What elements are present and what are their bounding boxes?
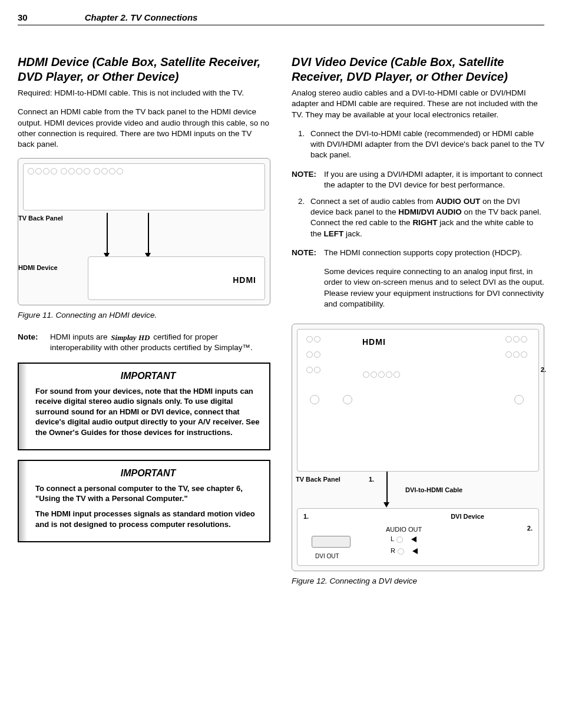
note-2-p1: The HDMI connection supports copy protec…: [324, 248, 544, 258]
step-1: Connect the DVI-to-HDMI cable (recommend…: [307, 129, 544, 161]
left-heading: HDMI Device (Cable Box, Satellite Receiv…: [18, 55, 270, 84]
chapter-title: Chapter 2. TV Connections: [85, 12, 198, 22]
fig12-dvi-out: DVI OUT: [315, 552, 339, 561]
figure-12-caption: Figure 12. Connecting a DVI device: [292, 576, 544, 587]
fig12-L: L: [391, 535, 394, 542]
right-heading: DVI Video Device (Cable Box, Satellite R…: [292, 55, 544, 84]
step2-b3: RIGHT: [412, 218, 437, 227]
two-column-layout: HDMI Device (Cable Box, Satellite Receiv…: [18, 55, 544, 597]
left-p1: Required: HDMI-to-HDMI cable. This is no…: [18, 88, 270, 98]
note-2: NOTE: The HDMI connection supports copy …: [292, 248, 544, 318]
note-2-label: NOTE:: [292, 248, 324, 318]
figure-11-caption: Figure 11. Connecting an HDMI device.: [18, 310, 270, 321]
fig12-label-tv: TV Back Panel: [295, 475, 342, 484]
note-2-p2: Some devices require connecting to an an…: [324, 266, 544, 309]
right-column: DVI Video Device (Cable Box, Satellite R…: [292, 55, 544, 597]
step2-pre: Connect a set of audio cables from: [310, 197, 435, 206]
important-1-body: For sound from your devices, note that t…: [35, 386, 261, 438]
figure-12: HDMI 2. TV Back Panel 1. DVI-to-HDMI Cab…: [292, 324, 544, 571]
note-body: HDMI inputs are Simplay HD certified for…: [50, 332, 270, 353]
step2-b4: LEFT: [324, 229, 344, 238]
note-1-label: NOTE:: [292, 169, 324, 190]
step2-b2: HDMI/DVI AUDIO: [398, 207, 462, 216]
important-2-title: IMPORTANT: [35, 467, 261, 480]
important-2-p1: To connect a personal computer to the TV…: [35, 483, 261, 504]
fig12-n1-mid: 1.: [368, 475, 375, 484]
important-box-2: IMPORTANT To connect a personal computer…: [18, 460, 270, 542]
figure-11: TV Back Panel HDMI Device HDMI: [18, 158, 270, 305]
step2-b1: AUDIO OUT: [435, 197, 480, 206]
fig12-label-cable: DVI-to-HDMI Cable: [404, 486, 464, 495]
important-1-title: IMPORTANT: [35, 370, 261, 383]
page-number: 30: [18, 12, 82, 24]
fig12-n2-bot: 2.: [526, 524, 534, 533]
fig11-label-tv: TV Back Panel: [17, 214, 64, 223]
important-box-1: IMPORTANT For sound from your devices, n…: [18, 363, 270, 450]
right-p1: Analog stereo audio cables and a DVI-to-…: [292, 88, 544, 120]
note-1-body: If you are using a DVI/HDMI adapter, it …: [324, 169, 544, 190]
simplay-note: Note: HDMI inputs are Simplay HD certifi…: [18, 332, 270, 353]
fig12-n1-bot: 1.: [302, 512, 310, 521]
note-pre: HDMI inputs are: [50, 332, 110, 341]
page-header: 30 Chapter 2. TV Connections: [18, 12, 544, 25]
important-2-p2: The HDMI input processes signals as stan…: [35, 509, 261, 529]
left-p2: Connect an HDMI cable from the TV back p…: [18, 107, 270, 150]
fig12-label-dvidev: DVI Device: [449, 512, 485, 521]
fig12-n2-top: 2.: [540, 365, 547, 374]
note-1: NOTE: If you are using a DVI/HDMI adapte…: [292, 169, 544, 190]
right-steps-2: Connect a set of audio cables from AUDIO…: [292, 196, 544, 239]
step-2: Connect a set of audio cables from AUDIO…: [307, 196, 544, 239]
fig12-R: R: [391, 547, 395, 554]
simplay-brand: Simplay HD: [110, 332, 151, 343]
step2-end: jack.: [343, 229, 362, 238]
hdmi-logo-2: HDMI: [362, 337, 386, 348]
right-steps: Connect the DVI-to-HDMI cable (recommend…: [292, 129, 544, 161]
fig11-label-device: HDMI Device: [17, 263, 59, 272]
hdmi-logo: HDMI: [233, 275, 256, 285]
left-column: HDMI Device (Cable Box, Satellite Receiv…: [18, 55, 270, 597]
note-label: Note:: [18, 332, 50, 353]
fig12-audio-out: AUDIO OUT: [386, 525, 422, 534]
